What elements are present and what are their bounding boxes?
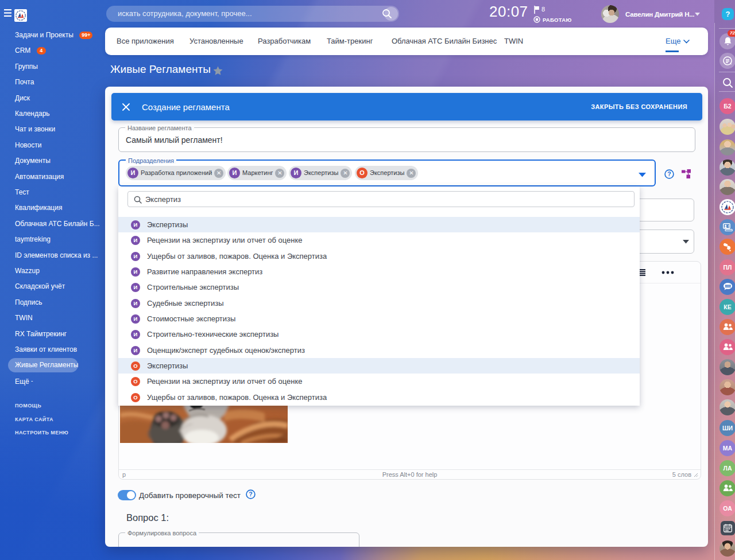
svg-text:?: ? [667,170,671,177]
svg-text:8: 8 [541,6,545,13]
svg-text:?: ? [249,491,252,497]
